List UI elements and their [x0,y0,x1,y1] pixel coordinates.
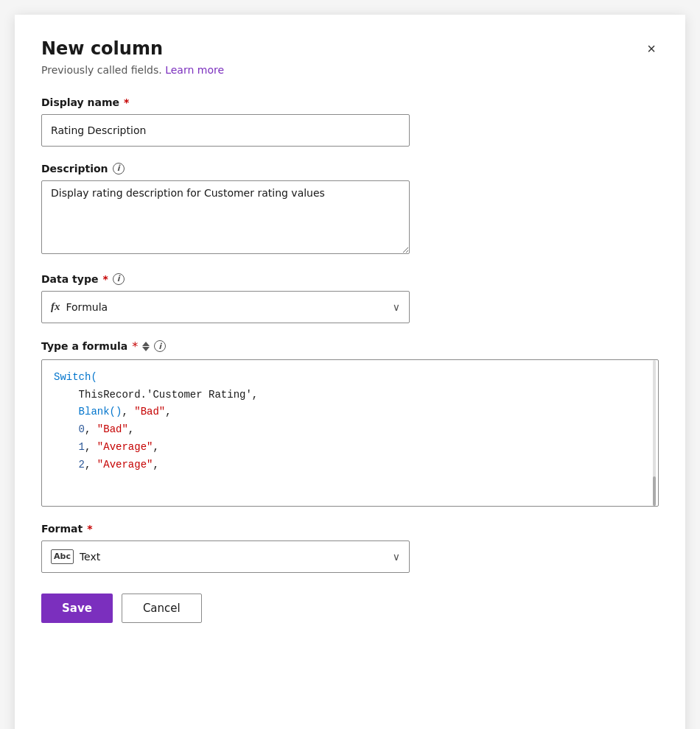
formula-line-1: Switch( [54,369,646,387]
data-type-label: Data type * i [41,273,659,285]
format-value: Text [80,551,393,563]
close-button[interactable]: × [644,38,659,59]
dialog-title: New column [41,38,163,60]
cancel-button[interactable]: Cancel [122,594,202,623]
close-icon: × [647,41,656,56]
scrollbar-track [653,360,656,506]
formula-info-icon: i [154,340,166,352]
formula-scrollbar[interactable] [652,360,657,506]
formula-line-2: ThisRecord.'Customer Rating', [54,387,646,404]
dialog-header: New column × [41,38,659,60]
display-name-label: Display name * [41,96,659,108]
new-column-dialog: New column × Previously called fields. L… [15,15,685,729]
data-type-info-icon: i [113,273,125,285]
format-chevron-down-icon: ∨ [393,551,400,563]
scrollbar-thumb [653,476,656,506]
description-textarea[interactable]: Display rating description for Customer … [41,180,410,254]
subtitle: Previously called fields. Learn more [41,64,659,76]
formula-line-3: Blank(), "Bad", [54,404,646,421]
description-label: Description i [41,163,659,175]
format-label: Format * [41,523,659,535]
data-type-group: Data type * i fx Formula ∨ [41,273,659,323]
formula-line-6: 2, "Average", [54,457,646,474]
abc-icon: Abc [51,549,74,564]
data-type-value: Formula [66,301,393,313]
description-group: Description i Display rating description… [41,163,659,257]
learn-more-link[interactable]: Learn more [165,64,224,76]
data-type-select[interactable]: fx Formula ∨ [41,291,410,323]
save-button[interactable]: Save [41,594,113,623]
sort-up-icon [142,342,150,346]
format-select[interactable]: Abc Text ∨ [41,540,410,573]
display-name-required: * [124,96,129,108]
format-required: * [87,523,92,535]
formula-line-4: 0, "Bad", [54,421,646,439]
formula-line-5: 1, "Average", [54,439,646,457]
description-info-icon: i [113,163,125,175]
display-name-group: Display name * [41,96,659,147]
formula-required: * [132,339,138,353]
action-row: Save Cancel [41,594,659,623]
formula-label-row: Type a formula * i [41,339,659,353]
chevron-down-icon: ∨ [393,301,400,313]
data-type-required: * [102,273,108,285]
display-name-input[interactable] [41,114,410,147]
formula-label: Type a formula [41,340,127,352]
sort-icon[interactable] [142,342,150,351]
formula-icon: fx [51,300,60,313]
formula-editor[interactable]: Switch( ThisRecord.'Customer Rating', Bl… [41,359,659,507]
format-group: Format * Abc Text ∨ [41,523,659,573]
sort-down-icon [142,347,150,351]
formula-group: Type a formula * i Switch( ThisRecord.'C… [41,339,659,507]
